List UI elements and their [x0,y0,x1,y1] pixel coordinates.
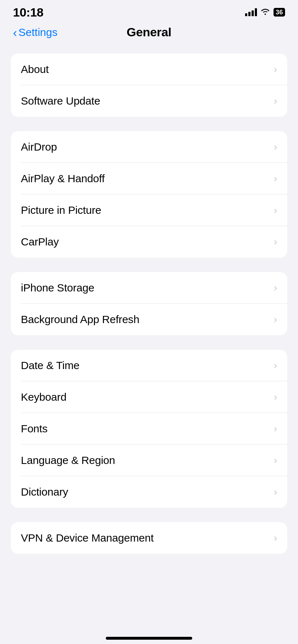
airdrop-item[interactable]: AirDrop › [11,131,287,163]
picture-in-picture-label: Picture in Picture [21,204,101,216]
dictionary-label: Dictionary [21,486,68,498]
section-group-1: About › Software Update › [11,54,287,117]
carplay-label: CarPlay [21,236,59,248]
section-group-5: VPN & Device Management › [11,522,287,554]
iphone-storage-item[interactable]: iPhone Storage › [11,272,287,304]
background-app-refresh-chevron-icon: › [274,314,277,325]
picture-in-picture-chevron-icon: › [274,204,277,216]
home-indicator [106,637,192,640]
about-label: About [21,63,49,75]
iphone-storage-label: iPhone Storage [21,282,94,294]
vpn-device-management-chevron-icon: › [274,532,277,544]
airdrop-chevron-icon: › [274,141,277,153]
language-region-chevron-icon: › [274,455,277,466]
page-title: General [127,25,172,39]
keyboard-label: Keyboard [21,391,67,403]
background-app-refresh-label: Background App Refresh [21,313,139,326]
software-update-chevron-icon: › [274,95,277,107]
date-time-item[interactable]: Date & Time › [11,350,287,381]
keyboard-chevron-icon: › [274,391,277,403]
battery-icon: 36 [274,8,285,17]
status-bar: 10:18 36 [0,0,298,22]
status-time: 10:18 [13,5,43,19]
language-region-label: Language & Region [21,454,115,466]
vpn-device-management-label: VPN & Device Management [21,532,154,544]
about-chevron-icon: › [274,64,277,75]
wifi-icon [261,7,270,17]
battery-level: 36 [276,9,283,16]
section-group-4: Date & Time › Keyboard › Fonts › Languag… [11,350,287,508]
carplay-chevron-icon: › [274,236,277,248]
language-region-item[interactable]: Language & Region › [11,445,287,476]
dictionary-chevron-icon: › [274,486,277,498]
back-label: Settings [18,26,57,38]
about-item[interactable]: About › [11,54,287,85]
airplay-handoff-label: AirPlay & Handoff [21,172,105,185]
status-icons: 36 [245,7,285,17]
section-group-2: AirDrop › AirPlay & Handoff › Picture in… [11,131,287,258]
software-update-item[interactable]: Software Update › [11,85,287,117]
fonts-item[interactable]: Fonts › [11,413,287,445]
back-chevron-icon: ‹ [13,26,17,38]
dictionary-item[interactable]: Dictionary › [11,476,287,508]
fonts-label: Fonts [21,423,48,435]
fonts-chevron-icon: › [274,423,277,434]
software-update-label: Software Update [21,95,100,107]
date-time-label: Date & Time [21,359,80,372]
airdrop-label: AirDrop [21,141,57,153]
vpn-device-management-item[interactable]: VPN & Device Management › [11,522,287,554]
background-app-refresh-item[interactable]: Background App Refresh › [11,304,287,335]
back-button[interactable]: ‹ Settings [13,26,58,38]
iphone-storage-chevron-icon: › [274,282,277,294]
signal-icon [245,8,257,16]
picture-in-picture-item[interactable]: Picture in Picture › [11,194,287,226]
date-time-chevron-icon: › [274,360,277,371]
carplay-item[interactable]: CarPlay › [11,226,287,258]
airplay-handoff-item[interactable]: AirPlay & Handoff › [11,163,287,194]
airplay-handoff-chevron-icon: › [274,173,277,184]
settings-content: About › Software Update › AirDrop › AirP… [0,46,298,575]
nav-bar: ‹ Settings General [0,22,298,46]
keyboard-item[interactable]: Keyboard › [11,381,287,413]
section-group-3: iPhone Storage › Background App Refresh … [11,272,287,335]
